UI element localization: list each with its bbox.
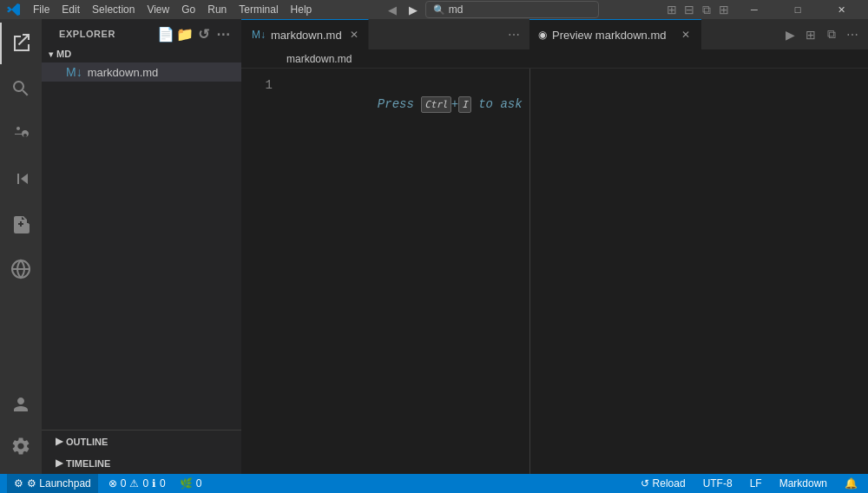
- status-language[interactable]: Markdown: [776, 474, 831, 493]
- titlebar-menu: File Edit Selection View Go Run Terminal…: [28, 2, 317, 17]
- menu-selection[interactable]: Selection: [87, 2, 140, 17]
- status-remote[interactable]: ⚙ ⚙ Launchpad: [7, 474, 98, 493]
- tab-label: markdown.md: [271, 29, 342, 42]
- tab-bars-row: M↓ markdown.md ✕ ⋯ ◉ Preview markdown.md…: [241, 19, 868, 49]
- menu-view[interactable]: View: [141, 2, 174, 17]
- preview-more-button[interactable]: ⋯: [844, 26, 861, 43]
- hint-press: Press: [378, 97, 421, 111]
- activity-extensions[interactable]: [0, 203, 42, 245]
- activity-settings[interactable]: [0, 425, 42, 467]
- errors-icon: ⊗: [108, 477, 117, 490]
- editor-tab-actions: ⋯: [498, 19, 529, 49]
- timeline-section-header[interactable]: ▶ TIMELINE: [42, 452, 241, 474]
- remote-status-icon: ⚙: [14, 477, 23, 490]
- menu-file[interactable]: File: [28, 2, 55, 17]
- git-icon: 🌿: [180, 477, 193, 490]
- new-file-button[interactable]: 📄: [158, 26, 174, 42]
- editor-area: M↓ markdown.md ✕ ⋯ ◉ Preview markdown.md…: [241, 19, 868, 474]
- breadcrumb-text: markdown.md: [286, 53, 352, 65]
- tab-md-icon: M↓: [252, 29, 266, 41]
- close-button[interactable]: ✕: [821, 0, 861, 19]
- md-section-header[interactable]: ▾ MD: [42, 45, 241, 62]
- preview-tab-icon: ◉: [538, 29, 547, 41]
- md-section-label: MD: [56, 49, 71, 59]
- status-git[interactable]: 🌿 0: [176, 474, 206, 493]
- status-encoding[interactable]: UTF-8: [700, 474, 736, 493]
- maximize-button[interactable]: □: [778, 0, 818, 19]
- split-editor-button[interactable]: ⋯: [505, 26, 523, 43]
- search-icon: 🔍: [433, 4, 445, 16]
- hint-plus: +: [451, 97, 458, 111]
- info-count: 0: [160, 477, 166, 490]
- vscode-logo-icon: [7, 3, 21, 16]
- menu-run[interactable]: Run: [202, 2, 232, 17]
- preview-tab[interactable]: ◉ Preview markdown.md ✕: [529, 19, 701, 49]
- status-eol[interactable]: LF: [746, 474, 766, 493]
- search-bar[interactable]: 🔍 md: [425, 1, 599, 18]
- warnings-icon: ⚠: [129, 477, 139, 490]
- activity-source-control[interactable]: [0, 113, 42, 154]
- activity-remote[interactable]: [0, 248, 42, 290]
- hint-rest: to ask GitHub Copilot to do something. S…: [471, 97, 529, 111]
- status-errors[interactable]: ⊗ 0 ⚠ 0 ℹ 0: [105, 474, 169, 493]
- preview-panel: [529, 69, 868, 474]
- editor-tab-bar: M↓ markdown.md ✕ ⋯: [241, 19, 529, 49]
- preview-content: [530, 69, 868, 474]
- sidebar-title: Explorer: [59, 29, 115, 39]
- sidebar-header-actions: 📄 📁 ↺ ⋯: [158, 26, 231, 42]
- status-bar: ⚙ ⚙ Launchpad ⊗ 0 ⚠ 0 ℹ 0 🌿 0 ↺ Reload U…: [0, 474, 868, 493]
- titlebar-center: ◀ ▶ 🔍 md: [384, 1, 599, 18]
- new-folder-button[interactable]: 📁: [177, 26, 193, 42]
- sidebar-item-label: markdown.md: [88, 66, 159, 79]
- language-label: Markdown: [779, 477, 827, 490]
- md-file-icon: M↓: [66, 65, 82, 79]
- menu-go[interactable]: Go: [176, 2, 201, 17]
- nav-forward-button[interactable]: ▶: [404, 1, 422, 18]
- menu-edit[interactable]: Edit: [56, 2, 85, 17]
- outline-label: OUTLINE: [66, 437, 108, 447]
- layout2-icon: ⧉: [700, 3, 713, 16]
- status-left: ⚙ ⚙ Launchpad ⊗ 0 ⚠ 0 ℹ 0 🌿 0: [7, 474, 205, 493]
- outline-section-header[interactable]: ▶ OUTLINE: [42, 431, 241, 452]
- activity-run[interactable]: [0, 158, 42, 200]
- layout-icon: ⊟: [682, 3, 696, 16]
- refresh-explorer-button[interactable]: ↺: [196, 26, 212, 42]
- code-editor-inner: 1 Press Ctrl+I to ask GitHub Copilot to …: [241, 69, 529, 474]
- eol-label: LF: [750, 477, 762, 490]
- code-content[interactable]: Press Ctrl+I to ask GitHub Copilot to do…: [283, 76, 529, 474]
- breadcrumb-bar: markdown.md: [241, 49, 868, 69]
- preview-run-button[interactable]: ▶: [781, 26, 799, 43]
- collapse-all-button[interactable]: ⋯: [215, 26, 231, 42]
- status-notifications[interactable]: 🔔: [841, 474, 861, 493]
- minimize-button[interactable]: ─: [734, 0, 774, 19]
- line-number-1: 1: [241, 76, 273, 95]
- activity-explorer[interactable]: [0, 23, 42, 64]
- warnings-count: 0: [142, 477, 148, 490]
- tab-close-button[interactable]: ✕: [347, 28, 361, 42]
- code-editor[interactable]: 1 Press Ctrl+I to ask GitHub Copilot to …: [241, 69, 529, 474]
- remote-icon: ⊞: [665, 3, 679, 16]
- kbd-i: I: [458, 96, 471, 114]
- preview-tab-bar: ◉ Preview markdown.md ✕ ▶ ⊞ ⧉ ⋯: [529, 19, 868, 49]
- timeline-label: TIMELINE: [66, 458, 110, 469]
- main-layout: Explorer 📄 📁 ↺ ⋯ ▾ MD M↓ markdown.md ▶ O…: [0, 19, 868, 474]
- activity-search[interactable]: [0, 68, 42, 109]
- kbd-ctrl: Ctrl: [421, 96, 451, 114]
- menu-terminal[interactable]: Terminal: [233, 2, 283, 17]
- sidebar-item-markdown-md[interactable]: M↓ markdown.md: [42, 62, 241, 82]
- reload-label: ↺ Reload: [641, 477, 685, 490]
- status-reload[interactable]: ↺ Reload: [637, 474, 688, 493]
- preview-layout-button[interactable]: ⧉: [823, 26, 840, 43]
- errors-count: 0: [121, 477, 127, 490]
- nav-back-button[interactable]: ◀: [384, 1, 401, 18]
- tab-markdown-md[interactable]: M↓ markdown.md ✕: [241, 19, 369, 49]
- activity-accounts[interactable]: [0, 384, 42, 425]
- menu-help[interactable]: Help: [286, 2, 318, 17]
- window-controls: ⊞ ⊟ ⧉ ⊞ ─ □ ✕: [665, 0, 861, 19]
- git-count: 0: [196, 477, 202, 490]
- status-right: ↺ Reload UTF-8 LF Markdown 🔔: [637, 474, 861, 493]
- preview-split-button[interactable]: ⊞: [802, 26, 819, 43]
- preview-tab-label: Preview markdown.md: [552, 29, 667, 42]
- preview-tab-close-button[interactable]: ✕: [679, 28, 693, 42]
- sidebar-panels: ▶ OUTLINE ▶ TIMELINE: [42, 430, 241, 474]
